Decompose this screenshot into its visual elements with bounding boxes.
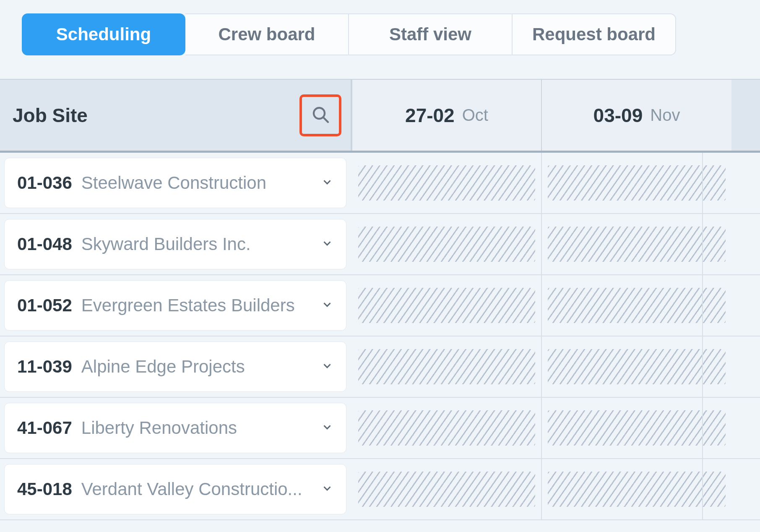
gantt-cell bbox=[352, 459, 542, 519]
gantt-cell bbox=[352, 153, 542, 213]
empty-slot bbox=[358, 349, 535, 384]
date-range: 27-02 bbox=[405, 104, 455, 127]
gantt-cell bbox=[542, 153, 731, 213]
job-cell: 01-048 Skyward Builders Inc. bbox=[0, 214, 352, 274]
job-row: 11-039 Alpine Edge Projects bbox=[0, 336, 760, 398]
date-column-header-0: 27-02 Oct bbox=[352, 80, 542, 151]
job-row: 01-048 Skyward Builders Inc. bbox=[0, 214, 760, 275]
job-card[interactable]: 11-039 Alpine Edge Projects bbox=[4, 342, 346, 392]
empty-slot bbox=[358, 288, 535, 323]
job-row: 45-018 Verdant Valley Constructio... bbox=[0, 459, 760, 520]
empty-slot bbox=[548, 288, 726, 323]
gantt-cell bbox=[542, 398, 731, 458]
job-card[interactable]: 41-067 Liberty Renovations bbox=[4, 403, 346, 453]
day-divider bbox=[702, 336, 703, 397]
date-range: 03-09 bbox=[593, 104, 643, 127]
empty-slot bbox=[358, 410, 535, 446]
empty-slot bbox=[548, 410, 726, 446]
job-cell: 01-052 Evergreen Estates Builders bbox=[0, 275, 352, 336]
job-code: 01-036 bbox=[17, 173, 72, 193]
job-site-column-header: Job Site bbox=[0, 80, 352, 151]
date-month: Nov bbox=[650, 106, 680, 125]
chevron-down-icon bbox=[321, 176, 333, 190]
job-row: 01-052 Evergreen Estates Builders bbox=[0, 275, 760, 336]
empty-slot bbox=[358, 165, 535, 201]
job-row: 41-067 Liberty Renovations bbox=[0, 398, 760, 459]
job-name: Liberty Renovations bbox=[81, 418, 313, 438]
chevron-down-icon bbox=[321, 237, 333, 251]
job-cell: 41-067 Liberty Renovations bbox=[0, 398, 352, 458]
tab-staff-view[interactable]: Staff view bbox=[349, 13, 513, 55]
gantt-cell bbox=[352, 275, 542, 336]
job-name: Alpine Edge Projects bbox=[81, 357, 313, 377]
job-name: Steelwave Construction bbox=[81, 173, 313, 193]
tab-label: Crew board bbox=[218, 24, 315, 44]
job-card[interactable]: 01-052 Evergreen Estates Builders bbox=[4, 280, 346, 331]
gantt-cell bbox=[542, 336, 731, 397]
view-tabs: Scheduling Crew board Staff view Request… bbox=[0, 0, 760, 55]
date-month: Oct bbox=[462, 106, 488, 125]
empty-slot bbox=[358, 227, 535, 262]
gantt-cell bbox=[352, 336, 542, 397]
svg-line-1 bbox=[323, 117, 328, 122]
job-code: 11-039 bbox=[17, 357, 72, 377]
search-icon bbox=[310, 104, 331, 126]
gantt-cell bbox=[352, 398, 542, 458]
job-code: 45-018 bbox=[17, 479, 72, 499]
job-site-title: Job Site bbox=[13, 104, 88, 127]
job-rows: 01-036 Steelwave Construction 01-048 Sky… bbox=[0, 153, 760, 520]
empty-slot bbox=[548, 227, 726, 262]
job-cell: 01-036 Steelwave Construction bbox=[0, 153, 352, 213]
tab-crew-board[interactable]: Crew board bbox=[185, 13, 349, 55]
date-column-header-1: 03-09 Nov bbox=[542, 80, 731, 151]
job-code: 41-067 bbox=[17, 418, 72, 438]
empty-slot bbox=[548, 349, 726, 384]
day-divider bbox=[702, 459, 703, 519]
job-code: 01-052 bbox=[17, 295, 72, 316]
search-button[interactable] bbox=[299, 94, 341, 136]
job-cell: 45-018 Verdant Valley Constructio... bbox=[0, 459, 352, 519]
empty-slot bbox=[358, 472, 535, 507]
chevron-down-icon bbox=[321, 482, 333, 496]
job-row: 01-036 Steelwave Construction bbox=[0, 153, 760, 214]
job-name: Skyward Builders Inc. bbox=[81, 234, 313, 254]
day-divider bbox=[702, 214, 703, 274]
day-divider bbox=[702, 153, 703, 213]
job-card[interactable]: 01-036 Steelwave Construction bbox=[4, 158, 346, 208]
day-divider bbox=[702, 398, 703, 458]
tab-request-board[interactable]: Request board bbox=[513, 13, 676, 55]
sheet-header: Job Site 27-02 Oct 03-09 Nov bbox=[0, 79, 760, 153]
empty-slot bbox=[548, 165, 726, 201]
tab-label: Staff view bbox=[389, 24, 471, 44]
chevron-down-icon bbox=[321, 298, 333, 313]
job-code: 01-048 bbox=[17, 234, 72, 254]
job-name: Verdant Valley Constructio... bbox=[81, 479, 313, 499]
tab-label: Scheduling bbox=[56, 24, 151, 44]
empty-slot bbox=[548, 472, 726, 507]
gantt-cell bbox=[542, 275, 731, 336]
job-card[interactable]: 01-048 Skyward Builders Inc. bbox=[4, 219, 346, 269]
chevron-down-icon bbox=[321, 360, 333, 374]
gantt-cell bbox=[542, 214, 731, 274]
job-name: Evergreen Estates Builders bbox=[81, 295, 313, 316]
tab-label: Request board bbox=[532, 24, 656, 44]
day-divider bbox=[702, 275, 703, 336]
gantt-cell bbox=[542, 459, 731, 519]
gantt-cell bbox=[352, 214, 542, 274]
job-cell: 11-039 Alpine Edge Projects bbox=[0, 336, 352, 397]
job-card[interactable]: 45-018 Verdant Valley Constructio... bbox=[4, 464, 346, 514]
chevron-down-icon bbox=[321, 421, 333, 435]
tab-scheduling[interactable]: Scheduling bbox=[22, 13, 185, 55]
